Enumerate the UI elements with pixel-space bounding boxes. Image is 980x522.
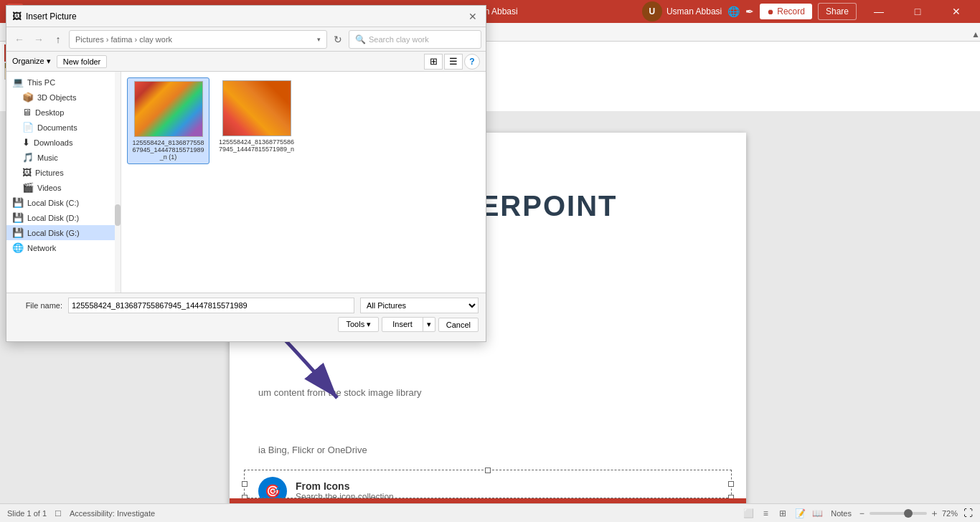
- file-name-1: 125558424_813687755867945_14447815571989…: [131, 139, 206, 161]
- share-button[interactable]: Share: [818, 3, 857, 20]
- tools-button[interactable]: Tools ▾: [338, 317, 379, 332]
- maximize-button[interactable]: □: [901, 0, 934, 23]
- notes-view-btn[interactable]: 📝: [792, 506, 808, 521]
- handle-right[interactable]: [728, 481, 734, 487]
- sidebar-item-local-c[interactable]: 💾 Local Disk (C:): [6, 195, 121, 210]
- record-button[interactable]: ⏺ Record: [760, 4, 812, 19]
- view-large-icon-btn[interactable]: ⊞: [424, 54, 443, 70]
- nav-path-bar[interactable]: Pictures › fatima › clay work ▾: [69, 30, 327, 49]
- documents-icon: 📄: [22, 122, 34, 133]
- globe-icon[interactable]: 🌐: [727, 6, 740, 17]
- this-pc-icon: 💻: [12, 77, 24, 87]
- insert-dropdown-button[interactable]: ▾: [423, 318, 435, 331]
- new-folder-button[interactable]: New folder: [57, 55, 108, 68]
- handle-top[interactable]: [485, 468, 491, 473]
- help-button[interactable]: ?: [464, 54, 480, 70]
- sidebar-item-downloads[interactable]: ⬇ Downloads: [6, 135, 121, 150]
- dialog-title-bar: 🖼 Insert Picture ✕: [6, 6, 486, 27]
- zoom-in-btn[interactable]: ＋: [930, 507, 939, 520]
- filename-input[interactable]: [68, 298, 354, 313]
- insert-picture-dialog: 🖼 Insert Picture ✕ ← → ↑ Pictures › fati…: [6, 5, 486, 342]
- outline-view-btn[interactable]: ≡: [758, 506, 773, 521]
- title-bar-right: U Usman Abbasi 🌐 ✒ ⏺ Record Share — □: [642, 0, 973, 23]
- music-icon: 🎵: [22, 152, 34, 163]
- pictures-icon: 🖼: [22, 167, 32, 178]
- desktop-icon: 🖥: [22, 107, 32, 118]
- view-icons-group: ⬜ ≡ ⊞ 📝 📖: [740, 506, 825, 521]
- nav-refresh-button[interactable]: ↻: [329, 31, 347, 48]
- dialog-close-button[interactable]: ✕: [466, 9, 480, 24]
- slide-bing-text: ia Bing, Flickr or OneDrive: [258, 445, 367, 455]
- normal-view-btn[interactable]: ⬜: [740, 506, 756, 521]
- file-item-1[interactable]: 125558424_813687755867945_14447815571989…: [127, 77, 209, 164]
- status-bar-left: Slide 1 of 1 □ Accessibility: Investigat…: [7, 508, 155, 518]
- insert-button-group: Insert ▾: [382, 317, 435, 332]
- videos-icon: 🎬: [22, 182, 34, 193]
- local-disk-d-icon: 💾: [12, 212, 24, 223]
- dialog-title-icon: 🖼: [12, 11, 22, 22]
- filename-row: File name: All Pictures: [14, 298, 479, 313]
- slide-panel-icon[interactable]: □: [55, 508, 61, 518]
- dialog-actions-row: Tools ▾ Insert ▾ Cancel: [14, 317, 479, 332]
- zoom-out-btn[interactable]: －: [857, 507, 867, 520]
- cancel-button[interactable]: Cancel: [438, 318, 479, 332]
- sidebar-scrollbar[interactable]: [115, 72, 121, 293]
- view-list-btn[interactable]: ☰: [444, 54, 463, 70]
- sidebar-item-music[interactable]: 🎵 Music: [6, 150, 121, 165]
- sidebar-item-videos[interactable]: 🎬 Videos: [6, 180, 121, 195]
- organize-button[interactable]: Organize ▾: [12, 57, 51, 66]
- file-thumb-2: [222, 80, 291, 136]
- dialog-title-area: 🖼 Insert Picture: [12, 11, 77, 22]
- sidebar-item-local-d[interactable]: 💾 Local Disk (D:): [6, 210, 121, 225]
- search-icon: 🔍: [355, 34, 366, 44]
- sidebar-item-pictures[interactable]: 🖼 Pictures: [6, 165, 121, 180]
- downloads-icon: ⬇: [22, 137, 30, 148]
- ribbon-collapse[interactable]: ▲: [971, 29, 980, 41]
- handle-left[interactable]: [242, 481, 248, 487]
- dialog-title-text: Insert Picture: [26, 11, 77, 22]
- status-bar: Slide 1 of 1 □ Accessibility: Investigat…: [0, 503, 980, 522]
- thumb-image-2: [223, 81, 291, 136]
- notes-button[interactable]: Notes: [831, 509, 852, 518]
- nav-forward-button[interactable]: →: [30, 31, 47, 48]
- nav-search-placeholder: Search clay work: [369, 35, 429, 44]
- zoom-slider[interactable]: [870, 512, 927, 515]
- slide-info: Slide 1 of 1: [7, 509, 47, 518]
- sidebar-item-local-g[interactable]: 💾 Local Disk (G:): [6, 225, 121, 240]
- sidebar-item-network[interactable]: 🌐 Network: [6, 240, 121, 255]
- file-item-2[interactable]: 125558424_813687755867945_14447815571989…: [215, 77, 298, 164]
- record-dot-icon: ⏺: [767, 8, 774, 16]
- reading-view-btn[interactable]: 📖: [809, 506, 825, 521]
- user-avatar: U: [642, 1, 662, 22]
- pen-icon[interactable]: ✒: [745, 6, 754, 17]
- sidebar-item-this-pc[interactable]: 💻 This PC: [6, 75, 121, 90]
- insert-button[interactable]: Insert: [382, 318, 423, 331]
- nav-path-text: Pictures › fatima › clay work: [75, 35, 172, 44]
- filetype-select[interactable]: All Pictures: [360, 298, 479, 313]
- dialog-file-area: 125558424_813687755867945_14447815571989…: [121, 72, 486, 293]
- minimize-button[interactable]: —: [862, 0, 895, 23]
- sidebar-item-desktop[interactable]: 🖥 Desktop: [6, 105, 121, 120]
- thumb-image-1: [135, 82, 202, 136]
- dialog-nav-bar: ← → ↑ Pictures › fatima › clay work ▾ ↻ …: [6, 27, 486, 52]
- sidebar-scrollbar-thumb[interactable]: [115, 204, 121, 226]
- nav-path-dropdown[interactable]: ▾: [317, 36, 321, 43]
- selection-frame: [244, 470, 732, 498]
- status-bar-right: ⬜ ≡ ⊞ 📝 📖 Notes － ＋ 72% ⛶: [740, 506, 973, 521]
- slide-stock-text: um content from the stock image library: [258, 387, 422, 398]
- view-toggle-group: ⊞ ☰ ?: [424, 54, 480, 70]
- dialog-toolbar: Organize ▾ New folder ⊞ ☰ ?: [6, 52, 486, 72]
- dialog-main-area: 💻 This PC 📦 3D Objects 🖥 Desktop 📄 Docum…: [6, 72, 486, 293]
- zoom-level[interactable]: 72%: [942, 509, 958, 518]
- nav-up-button[interactable]: ↑: [50, 31, 67, 48]
- accessibility-text: Accessibility: Investigate: [70, 509, 155, 518]
- close-button[interactable]: ✕: [940, 0, 973, 23]
- local-disk-c-icon: 💾: [12, 197, 24, 208]
- user-area: U Usman Abbasi: [642, 1, 722, 22]
- nav-back-button[interactable]: ←: [11, 31, 28, 48]
- sidebar-item-3d-objects[interactable]: 📦 3D Objects: [6, 90, 121, 105]
- sidebar-item-documents[interactable]: 📄 Documents: [6, 120, 121, 135]
- app-background: P 💾 ↩ ↪ ▾ Usman Abbasi U Usman Abbasi 🌐: [0, 0, 980, 522]
- slide-sorter-btn[interactable]: ⊞: [775, 506, 791, 521]
- fit-slide-btn[interactable]: ⛶: [963, 508, 973, 518]
